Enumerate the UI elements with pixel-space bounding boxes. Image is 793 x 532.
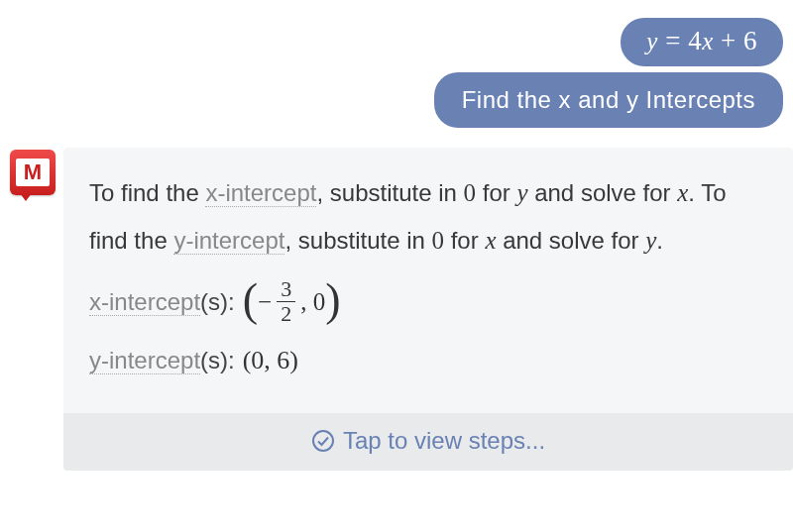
answer-row: M To find the x-intercept, substitute in… bbox=[0, 148, 793, 471]
exp-p1b: , substitute in bbox=[316, 179, 463, 206]
eq-plus: + bbox=[714, 26, 743, 55]
app-icon: M bbox=[10, 150, 56, 195]
app-icon-letter: M bbox=[16, 159, 50, 186]
exp-p1g: for bbox=[444, 227, 485, 254]
check-circle-icon bbox=[311, 429, 335, 453]
exp-x2: x bbox=[485, 227, 496, 254]
eq-y: y bbox=[646, 28, 658, 54]
exp-y1: y bbox=[516, 179, 527, 206]
answer-card: To find the x-intercept, substitute in 0… bbox=[63, 148, 793, 471]
view-steps-button[interactable]: Tap to view steps... bbox=[63, 413, 793, 471]
glossary-y-intercept[interactable]: y-intercept bbox=[173, 227, 284, 255]
user-messages: y = 4x + 6 Find the x and y Intercepts bbox=[0, 0, 793, 134]
svg-point-0 bbox=[313, 431, 333, 451]
exp-y2: y bbox=[645, 227, 656, 254]
frac-num: 3 bbox=[277, 277, 295, 302]
exp-p1d: and solve for bbox=[528, 179, 678, 206]
glossary-x-intercept-2[interactable]: x-intercept bbox=[89, 288, 200, 316]
rparen-icon: ) bbox=[325, 277, 340, 323]
exp-p1a: To find the bbox=[89, 179, 205, 206]
results-block: x-intercept(s): ( − 3 2 , 0 ) y-intercep… bbox=[89, 277, 767, 385]
exp-x1: x bbox=[677, 179, 688, 206]
exp-p1i: . bbox=[656, 227, 663, 254]
eq-equals: = bbox=[658, 26, 688, 55]
x-intercept-result: x-intercept(s): ( − 3 2 , 0 ) bbox=[89, 277, 767, 326]
eq-const: 6 bbox=[743, 26, 757, 55]
eq-x: x bbox=[702, 28, 714, 54]
x-suffix: (s): bbox=[200, 288, 235, 315]
lparen-icon: ( bbox=[243, 277, 258, 323]
exp-zero1: 0 bbox=[464, 179, 477, 206]
glossary-y-intercept-2[interactable]: y-intercept bbox=[89, 347, 200, 374]
user-bubble-question: Find the x and y Intercepts bbox=[434, 72, 783, 128]
exp-p1f: , substitute in bbox=[284, 227, 431, 254]
eq-coef: 4 bbox=[688, 26, 702, 55]
neg-sign: − bbox=[258, 278, 272, 326]
glossary-x-intercept[interactable]: x-intercept bbox=[205, 179, 316, 207]
fraction: 3 2 bbox=[277, 277, 295, 326]
exp-p1c: for bbox=[476, 179, 516, 206]
frac-den: 2 bbox=[277, 302, 295, 326]
y-value: (0, 6) bbox=[243, 336, 298, 384]
exp-p1h: and solve for bbox=[496, 227, 645, 254]
user-bubble-equation: y = 4x + 6 bbox=[621, 18, 783, 66]
y-suffix: (s): bbox=[200, 347, 235, 373]
view-steps-label: Tap to view steps... bbox=[343, 427, 545, 455]
x-rest: , 0 bbox=[300, 278, 325, 326]
y-intercept-result: y-intercept(s): (0, 6) bbox=[89, 336, 767, 384]
answer-body: To find the x-intercept, substitute in 0… bbox=[63, 148, 793, 413]
exp-zero2: 0 bbox=[432, 227, 445, 254]
